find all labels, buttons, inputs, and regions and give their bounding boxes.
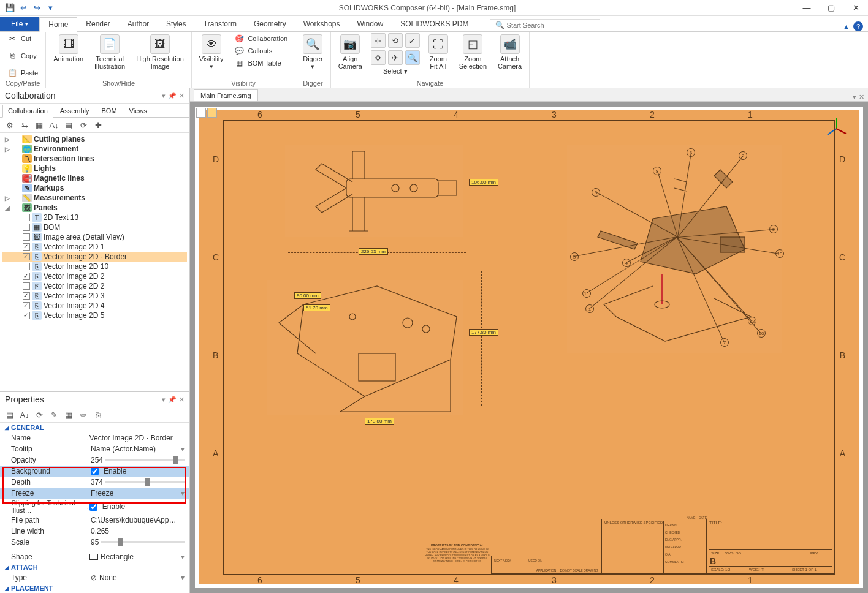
canvas-wrap[interactable]: 106.00 mm 226.53 mm [190,102,868,593]
qat-dropdown-icon[interactable]: ▾ [45,3,55,13]
search-input[interactable] [507,21,595,29]
callouts-toggle[interactable]: 💬Callouts [232,45,290,56]
panel-close-icon[interactable]: ✕ [179,396,185,404]
maximize-button[interactable]: ▢ [819,0,843,16]
drawing-canvas[interactable]: 106.00 mm 226.53 mm [195,107,863,588]
nav-icon-5[interactable]: ✈ [388,50,403,65]
prop-tool-1-icon[interactable]: ▤ [4,409,16,420]
vp-tool-1-icon[interactable] [196,108,206,118]
panel-tab-assembly[interactable]: Assembly [55,105,95,117]
prop-freeze[interactable]: FreezeFreeze▾ [0,488,189,499]
prop-tool-4-icon[interactable]: ✎ [48,409,60,420]
panel-pin-icon[interactable]: 📌 [168,92,177,100]
panel-close-icon[interactable]: ✕ [179,92,185,100]
tab-render[interactable]: Render [77,17,118,31]
redo-icon[interactable]: ↪ [32,3,42,13]
prop-scale[interactable]: Scale95 [0,537,189,548]
nav-icon-6[interactable]: 🔍 [405,50,420,65]
checkbox[interactable] [23,214,30,221]
checkbox[interactable] [23,243,30,251]
tree-tool-2-icon[interactable]: ⇆ [18,119,31,130]
copy-button[interactable]: ⎘Copy [5,50,39,61]
checkbox[interactable] [23,282,30,290]
doc-dropdown-icon[interactable]: ▾ [853,93,856,101]
tree-item[interactable]: ⎘Vector Image 2D 5 [2,311,187,320]
panel-pin-icon[interactable]: 📌 [168,396,177,404]
prop-opacity[interactable]: Opacity254 [0,455,189,466]
digger-button[interactable]: 🔍Digger▾ [300,33,325,71]
collaboration-toggle[interactable]: 🎯Collaboration [232,33,290,44]
tree-tool-3-icon[interactable]: ▦ [33,119,45,130]
collaboration-tree[interactable]: ▷📐Cutting planes▷🌐Environment〽Intersecti… [0,133,189,391]
tab-home[interactable]: Home [39,17,77,32]
checkbox[interactable] [23,233,30,241]
bom-table-toggle[interactable]: ▦BOM Table [232,58,290,69]
prop-background[interactable]: BackgroundEnable [0,466,189,477]
checkbox[interactable] [23,292,30,300]
checkbox[interactable] [23,253,30,260]
nav-icon-1[interactable]: ⊹ [371,33,386,48]
prop-tool-7-icon[interactable]: ⎘ [92,409,104,420]
checkbox[interactable] [23,302,30,309]
search-box[interactable]: 🔍 [490,19,600,31]
prop-tool-3-icon[interactable]: ⟳ [33,409,45,420]
attach-camera-button[interactable]: 📹Attach Camera [495,33,524,71]
prop-section-general[interactable]: GENERAL [0,423,189,432]
tree-item[interactable]: ⎘Vector Image 2D 4 [2,301,187,311]
tab-file[interactable]: File▾ [0,17,39,31]
tree-item[interactable]: 〽Intersection lines [2,154,187,164]
tree-tool-1-icon[interactable]: ⚙ [4,119,16,130]
tree-item[interactable]: ▦BOM [2,222,187,232]
align-camera-button[interactable]: 📷Align Camera [336,33,365,71]
tab-geometry[interactable]: Geometry [245,17,295,31]
prop-depth[interactable]: Depth374 [0,477,189,488]
prop-type[interactable]: Type⊘None▾ [0,572,189,583]
tree-item[interactable]: ⎘Vector Image 2D 3 [2,291,187,301]
tree-item[interactable]: ✎Markups [2,183,187,193]
checkbox[interactable] [23,263,30,270]
background-checkbox[interactable] [91,467,99,475]
tree-item[interactable]: 🧲Magnetic lines [2,173,187,183]
tab-author[interactable]: Author [119,17,158,31]
tree-item[interactable]: ⎘Vector Image 2D 10 [2,262,187,271]
panel-tab-views[interactable]: Views [124,105,153,117]
tree-item[interactable]: ▷📏Measurements [2,193,187,203]
close-button[interactable]: ✕ [843,0,868,16]
nav-icon-2[interactable]: ⟲ [388,33,403,48]
clipping-checkbox[interactable] [89,503,97,511]
tree-item[interactable]: ▷📐Cutting planes [2,134,187,144]
panel-dropdown-icon[interactable]: ▾ [162,396,166,404]
tree-item[interactable]: ⎘Vector Image 2D 1 [2,242,187,252]
tree-item[interactable]: ◢🖼Panels [2,203,187,213]
help-icon[interactable]: ? [853,21,863,31]
tree-item[interactable]: ⎘Vector Image 2D 2 [2,281,187,291]
tree-tool-4-icon[interactable]: A↓ [48,119,60,130]
tab-window[interactable]: Window [349,17,392,31]
tab-pdm[interactable]: SOLIDWORKS PDM [392,17,477,31]
tree-tool-5-icon[interactable]: ▤ [63,119,75,130]
prop-tooltip[interactable]: TooltipName (Actor.Name)▾ [0,444,189,455]
prop-section-placement[interactable]: PLACEMENT [0,583,189,593]
tab-styles[interactable]: Styles [158,17,195,31]
zoom-selection-button[interactable]: ◰Zoom Selection [457,33,489,71]
tree-item[interactable]: 💡Lights [2,164,187,173]
doc-close-icon[interactable]: ✕ [859,93,864,101]
checkbox[interactable] [23,312,30,319]
visibility-button[interactable]: 👁Visibility▾ [197,33,226,71]
vp-tool-2-icon[interactable] [207,108,217,118]
prop-section-attach[interactable]: ATTACH [0,562,189,572]
cut-button[interactable]: ✂Cut [5,33,34,44]
prop-tool-2-icon[interactable]: A↓ [18,409,31,420]
tree-tool-6-icon[interactable]: ⟳ [77,119,89,130]
panel-tab-bom[interactable]: BOM [96,105,123,117]
prop-filepath[interactable]: File pathC:\Users\kdubuque\App… [0,515,189,526]
tree-item[interactable]: 🖼Image area (Detail View) [2,232,187,242]
panel-dropdown-icon[interactable]: ▾ [162,92,166,100]
undo-icon[interactable]: ↩ [18,3,28,13]
animation-button[interactable]: 🎞Animation [51,33,86,64]
checkbox[interactable] [23,224,30,231]
tree-tool-7-icon[interactable]: ✚ [92,119,104,130]
document-tab[interactable]: Main Frame.smg [194,89,258,101]
panel-tab-collaboration[interactable]: Collaboration [2,105,53,118]
checkbox[interactable] [23,273,30,280]
